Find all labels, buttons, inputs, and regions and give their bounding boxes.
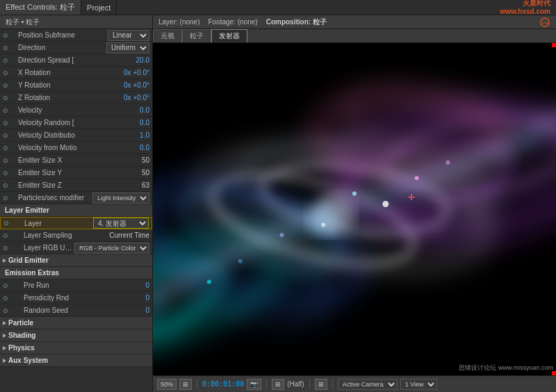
svg-point-30 [207,280,211,284]
subtab-yuanshi[interactable]: 元视 [153,29,182,42]
viewer-comp-label: Composition: 粒子 [266,17,327,27]
ec-value-x-rotation: 0x +0.0° [124,69,149,76]
effect-controls-content[interactable]: ⊙ Position Subframe Linear ⊙ Direction U… [0,29,152,392]
section-label-layer-emitter: Layer Emitter [5,206,49,214]
direction-dropdown[interactable]: Uniform [106,42,149,54]
ec-label-x-rotation: X Rotation [10,69,121,76]
stopwatch-icon: ⊙ [3,95,8,101]
position-subframe-dropdown[interactable]: Linear [108,30,149,41]
ec-row-emitter-size-y: ⊙ Emitter Size Y 50 [0,167,152,179]
viewer-layer-label: Layer: (none) [158,18,199,26]
svg-point-29 [445,161,450,165]
viewer-header: Layer: (none) Footage: (none) Compositio… [153,15,556,29]
ec-row-emitter-size-z: ⊙ Emitter Size Z 63 [0,179,152,192]
stopwatch-icon: ⊙ [3,282,8,289]
watermark-text: 思绪设计论坛 www.missyuan.com [459,364,553,373]
subtab-lizi[interactable]: 粒子 [182,29,211,42]
subtab-fasheqi[interactable]: 发射器 [211,29,247,42]
ec-value-layer-sampling: Current Time [109,231,149,239]
expand-icon [3,359,6,363]
effect-controls-label: Effect Controls: 粒子 [6,2,75,13]
section-label-grid-emitter: Grid Emitter [8,256,49,264]
stopwatch-icon: ⊙ [3,195,8,202]
ec-label-pre-run: Pre Run [10,281,122,289]
svg-point-25 [352,192,357,196]
separator4 [332,379,333,389]
top-bar: Effect Controls: 粒子 Project 火星时代www.hxsd… [0,0,556,15]
stopwatch-icon: ⊙ [3,120,8,126]
viewer-subtabs: 元视 粒子 发射器 [153,29,556,43]
left-panel: 粒子 • 粒子 ⊙ Position Subframe Linear ⊙ Dir… [0,15,153,392]
ec-row-velocity: ⊙ Velocity 0.0 [0,104,152,117]
ec-section-emission-extras[interactable]: Emission Extras [0,267,152,279]
ec-value-perodicity-rnd: 0 [125,294,149,302]
ec-section-grid-emitter[interactable]: Grid Emitter [0,254,152,267]
svg-point-31 [238,259,243,263]
view-select[interactable]: 1 View [400,379,437,390]
ec-row-velocity-motion: ⊙ Velocity from Motio 0.0 [0,142,152,154]
stopwatch-icon: ⊙ [3,57,8,64]
ec-section-shading[interactable]: Shading [0,329,152,342]
svg-point-28 [279,233,284,237]
ec-row-velocity-distribution: ⊙ Velocity Distributio 1.0 [0,129,152,142]
ec-value-velocity-random: 0.0 [125,119,149,126]
grid-btn[interactable]: ⊞ [315,379,327,390]
effect-controls-tab[interactable]: Effect Controls: 粒子 [0,0,81,15]
expand-icon [3,321,6,325]
red-marker-topright [552,43,556,47]
logo: 火星时代www.hxsd.com [500,0,550,16]
ec-row-perodicity-rnd: ⊙ Perodicity Rnd 0 [0,292,152,304]
ec-section-aux-system[interactable]: Aux System [0,354,152,367]
ec-value-emitter-size-y: 50 [125,169,149,177]
ec-row-emitter-size-x: ⊙ Emitter Size X 50 [0,154,152,167]
ec-row-random-seed: ⊙ Random Seed 0 [0,304,152,317]
ec-section-layer-emitter[interactable]: Layer Emitter [0,204,152,217]
particles-sec-dropdown[interactable]: Light Intensity [92,193,149,204]
ec-label-velocity-motion: Velocity from Motio [10,144,122,152]
ec-row-y-rotation: ⊙ Y Rotation 0x +0.0° [0,79,152,92]
ec-section-particle[interactable]: Particle [0,317,152,329]
effect-controls-title: 粒子 • 粒子 [3,16,42,28]
ec-value-y-rotation: 0x +0.0° [124,81,149,89]
section-label-physics: Physics [8,344,35,352]
ec-value-velocity-distribution: 1.0 [125,131,149,139]
ec-label-direction-spread: Direction Spread [ [10,56,122,64]
quality-btn[interactable]: ⊞ [272,379,284,390]
stopwatch-icon: ⊙ [3,132,8,139]
camera-btn[interactable]: 📷 [247,379,261,390]
stopwatch-icon: ⊙ [3,182,8,189]
ec-section-physics[interactable]: Physics [0,342,152,354]
camera-select[interactable]: Active Camera [338,379,398,390]
expand-icon [3,259,6,263]
stopwatch-icon: ⊙ [3,32,8,39]
ec-label-y-rotation: Y Rotation [10,81,121,89]
ec-label-emitter-size-z: Emitter Size Z [10,181,122,189]
ec-value-pre-run: 0 [125,281,149,289]
ec-label-random-seed: Random Seed [10,307,122,314]
layer-dropdown[interactable]: 4. 发射器 [93,218,149,229]
stopwatch-icon: ⊙ [3,245,8,252]
layer-rgb-dropdown[interactable]: RGB - Particle Color [74,243,149,254]
expand-icon [3,346,6,350]
main-layout: 粒子 • 粒子 ⊙ Position Subframe Linear ⊙ Dir… [0,15,556,392]
stopwatch-icon: ⊙ [3,107,8,114]
ec-row-x-rotation: ⊙ X Rotation 0x +0.0° [0,67,152,79]
stopwatch-icon: ⊙ [3,232,8,239]
ec-row-pre-run: ⊙ Pre Run 0 [0,279,152,292]
right-panel: Layer: (none) Footage: (none) Compositio… [153,15,556,392]
crosshair: ✛ [408,193,415,202]
zoom-btn[interactable]: 50% [157,379,177,390]
fit-btn[interactable]: ⊞ [179,379,192,390]
stopwatch-icon: ⊙ [3,307,8,314]
ec-label-layer: Layer [10,220,93,227]
stopwatch-icon: ⊙ [3,70,8,76]
svg-point-23 [308,204,339,236]
ec-value-velocity: 0.0 [125,106,149,114]
section-label-aux-system: Aux System [8,357,48,364]
ec-label-layer-rgb: Layer RGB Usage [10,244,74,252]
project-tab[interactable]: Project [81,0,117,15]
ec-row-layer-sampling: ⊙ Layer Sampling Current Time [0,229,152,242]
expand-icon [3,334,6,338]
separator3 [309,379,310,389]
ec-row-position-subframe: ⊙ Position Subframe Linear [0,29,152,42]
